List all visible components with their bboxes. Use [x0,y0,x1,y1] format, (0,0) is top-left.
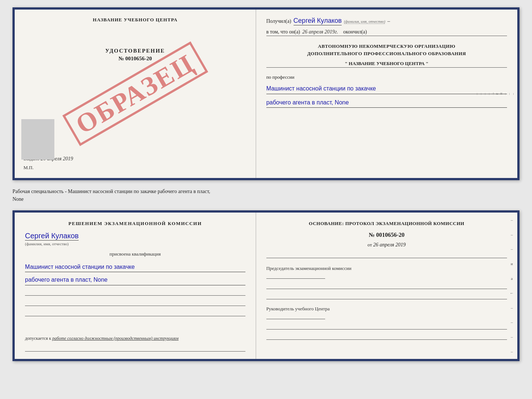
side-marks-bottom-right: – – – и а ← – – – – [508,213,515,359]
bottom-name-row: Сергей Кулаков (фамилия, имя, отчество) [25,232,245,247]
resheniem-title: Решением экзаменационной комиссии [25,220,245,227]
vtom-date: 26 апреля 2019г. [302,29,338,35]
org-name-top: НАЗВАНИЕ УЧЕБНОГО ЦЕНТРА [24,17,247,23]
rukovoditel-block: Руководитель учебного Центра [266,306,507,319]
prisvoena-label: присвоена квалификация [25,251,245,257]
bottom-name: Сергей Кулаков [25,232,79,241]
underline-right-5 [266,333,507,340]
uds-title: УДОСТОВЕРЕНИЕ [24,48,247,54]
vtom-row: в том, что он(а) 26 апреля 2019г. окончи… [266,29,507,36]
qual-line1: Машинист насосной станции по закачке [25,262,245,272]
familiya-label-top: (фамилия, имя, отчество) [344,19,385,24]
predsedatel-label: Председатель экзаменационной комиссии [266,266,507,271]
top-doc-right: Получил(а) Сергей Кулаков (фамилия, имя,… [256,10,517,178]
underline-right-4 [266,323,507,329]
profession-line2: рабочего агента в пласт, None [266,98,507,108]
recipient-name: Сергей Кулаков [294,17,342,25]
poluchil-row: Получил(а) Сергей Кулаков (фамилия, имя,… [266,17,507,25]
po-professii-label: по профессии [266,74,507,80]
chairman-block: Председатель экзаменационной комиссии [266,266,507,279]
dopuskaetsya-row: допускается к работе согласно должностны… [25,332,245,341]
protocol-date: от 26 апреля 2019 [266,242,507,248]
profession-line1: Машинист насосной станции по закачке [266,84,507,94]
rukovoditel-sig-line [266,313,325,319]
familiya-label-bottom: (фамилия, имя, отчество) [25,242,69,246]
org-block: АВТОНОМНУЮ НЕКОММЕРЧЕСКУЮ ОРГАНИЗАЦИЮ ДО… [266,43,507,57]
underline-right-3 [266,293,507,299]
underline-1 [25,289,245,296]
side-marks-top-right: – – – и а ← – – – – [510,10,516,178]
uds-number: № 0010656-20 [24,56,247,62]
photo-placeholder [21,119,54,160]
dopuskaetsya-text: работе согласно должностным (производств… [52,336,179,341]
protocol-number: № 0010656-20 [266,232,507,238]
underline-right-1 [266,252,507,258]
mp-label: М.П. [24,165,247,171]
bottom-document: Решением экзаменационной комиссии Сергей… [12,210,520,361]
bottom-doc-right: Основание: протокол экзаменационной коми… [256,213,517,359]
underline-right-2 [266,282,507,289]
underline-3 [25,310,245,316]
predsedatel-sig-line [266,272,325,279]
org-name-quotes: " НАЗВАНИЕ УЧЕБНОГО ЦЕНТРА " [266,61,507,68]
rukovoditel-label: Руководитель учебного Центра [266,306,507,312]
qual-line2: рабочего агента в пласт, None [25,275,245,285]
osnovanie-title: Основание: протокол экзаменационной коми… [266,220,507,227]
top-document: НАЗВАНИЕ УЧЕБНОГО ЦЕНТРА УДОСТОВЕРЕНИЕ №… [12,7,520,180]
underline-4 [25,345,245,352]
bottom-doc-left: Решением экзаменационной комиссии Сергей… [15,213,256,359]
underline-2 [25,299,245,306]
top-doc-left: НАЗВАНИЕ УЧЕБНОГО ЦЕНТРА УДОСТОВЕРЕНИЕ №… [15,10,256,178]
between-caption: Рабочая специальность - Машинист насосно… [12,186,520,204]
vydano-row: Выдано 26 апреля 2019 [24,156,247,165]
